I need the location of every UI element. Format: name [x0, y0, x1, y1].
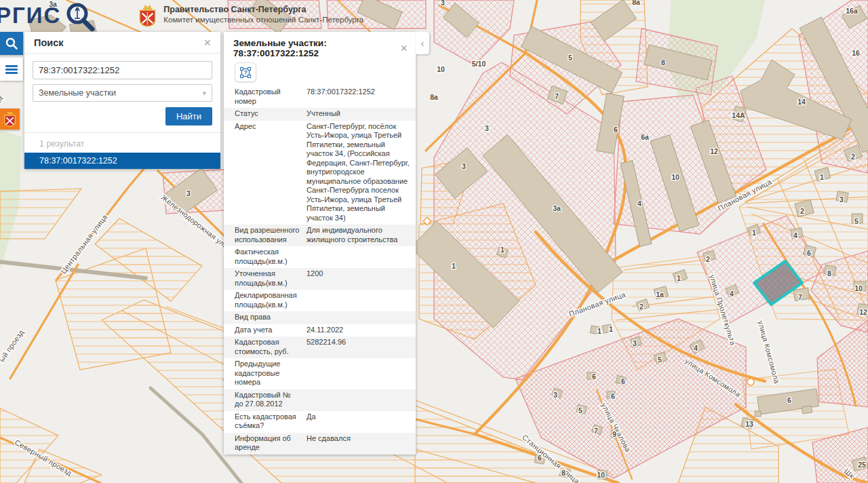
- parcel-number-label: 10: [437, 65, 445, 73]
- attribute-label: Вид разрешенного использования: [224, 225, 307, 246]
- parcel-number-label: 5: [568, 54, 572, 62]
- parcel-number-label: 14: [797, 98, 806, 106]
- parcel-number-label: 1: [500, 246, 505, 254]
- attribute-label: Предыдущие кадастровые номера: [224, 358, 307, 389]
- attribute-value: 5282214.96: [307, 336, 416, 358]
- parcel-number-label: 10: [597, 471, 605, 479]
- parcel-number-label: 6а: [641, 133, 649, 141]
- parcel-number-label: 7: [594, 427, 598, 435]
- parcel-number-label: 3: [633, 339, 637, 347]
- attribute-label: Вид права: [224, 311, 307, 324]
- parcel-number-label: 10: [671, 173, 679, 181]
- search-results: 1 результат 78:37:0017322:1252: [24, 132, 220, 169]
- parcel-number-label: 6: [592, 372, 596, 381]
- parcel-number-label: 3: [840, 195, 844, 204]
- attribute-row: Вид права: [224, 311, 416, 324]
- menu-button[interactable]: [0, 58, 23, 81]
- parcel-number-label: 25: [858, 461, 866, 469]
- svg-text:?: ?: [243, 69, 247, 76]
- parcel-number-label: 6: [621, 377, 625, 385]
- attribute-value: Не сдавался: [307, 433, 416, 455]
- attribute-row: Вид разрешенного использованияДля индиви…: [224, 225, 416, 246]
- attribute-value: Для индивидуального жилищного строительс…: [307, 225, 416, 246]
- search-panel-close-button[interactable]: ×: [202, 38, 212, 47]
- attribute-row: Информация об арендеНе сдавался: [224, 433, 416, 455]
- parcel-number-label: 3: [186, 189, 191, 197]
- attribute-value: [307, 290, 416, 311]
- info-panel-header: Земельные участки: 78:37:0017322:1252 ×: [224, 32, 416, 61]
- attribute-row: АдресСанкт-Петербург, посёлок Усть-Ижора…: [224, 121, 416, 225]
- parcel-number-label: 5/10: [472, 60, 486, 68]
- parcel-number-label: 1: [752, 229, 756, 237]
- search-tool-button[interactable]: [0, 32, 23, 55]
- layer-select-value: Земельные участки: [39, 88, 116, 98]
- parcel-number-label: 1: [677, 274, 681, 282]
- search-query-input[interactable]: [33, 61, 212, 79]
- parcel-number-label: 3а: [49, 0, 57, 8]
- info-panel-close-button[interactable]: ×: [399, 43, 409, 53]
- parcel-number-label: 14А: [732, 111, 745, 119]
- emblem-layer-button[interactable]: [0, 109, 20, 130]
- attribute-label: Кадастровый № до 27.08.2012: [224, 389, 307, 411]
- parcel-number-label: 16: [852, 49, 860, 57]
- parcel-number-label: 4: [793, 231, 797, 239]
- attribute-value: 78:37:0017322:1252: [307, 86, 416, 108]
- parcel-number-label: 5: [854, 217, 859, 225]
- attribute-row: Предыдущие кадастровые номера: [224, 358, 416, 389]
- attribute-label: Дата учета: [224, 324, 307, 337]
- attribute-row: Декларированная площадь(кв.м.): [224, 290, 416, 311]
- layer-select[interactable]: Земельные участки ▾: [33, 84, 212, 102]
- parcel-number-label: 4: [694, 344, 698, 352]
- attribute-value: [307, 389, 416, 411]
- spb-emblem-icon: [3, 111, 16, 127]
- parcel-number-label: 6: [611, 392, 615, 400]
- parcel-number-label: 8: [661, 58, 665, 66]
- parcel-number-label: 6: [787, 396, 791, 404]
- parcel-number-label: 7: [555, 92, 559, 100]
- parcel-number-label: 2: [639, 303, 644, 311]
- attribute-label: Информация об аренде: [224, 433, 307, 455]
- parcel-number-label: 6: [807, 249, 811, 257]
- search-result-item[interactable]: 78:37:0017322:1252: [24, 153, 220, 169]
- info-panel-collapse-button[interactable]: ‹: [416, 32, 429, 54]
- attribute-value: [307, 246, 416, 268]
- attribute-value: Учтенный: [307, 108, 416, 121]
- attribute-row: Дата учета24.11.2022: [224, 324, 416, 337]
- chevron-down-icon: ▾: [202, 89, 206, 98]
- identify-area-button[interactable]: ?: [235, 62, 256, 82]
- parcel-number-label: 7: [798, 293, 802, 301]
- parcel-number-label: 12: [710, 147, 718, 155]
- parcel-number-label: 8: [827, 269, 831, 277]
- parcel-number-label: 1а: [656, 290, 664, 298]
- attribute-label: Уточненная площадь(кв.м.): [224, 268, 307, 290]
- attribute-label: Фактическая площадь(кв.м.): [224, 246, 307, 268]
- parcel-number-label: 5: [578, 406, 583, 414]
- parcel-number-label: 1: [452, 262, 456, 270]
- parcel-number-label: 3: [553, 391, 557, 399]
- parcel-number-label: 1: [609, 325, 613, 333]
- attribute-value: 24.11.2022: [307, 324, 416, 337]
- parcel-number-label: 4: [730, 290, 734, 298]
- search-panel-header: Поиск ×: [24, 32, 220, 54]
- parcel-number-label: 2: [706, 255, 710, 263]
- search-form: Земельные участки ▾ Найти: [24, 54, 220, 132]
- find-button[interactable]: Найти: [165, 107, 212, 125]
- parcel-number-label: 6: [614, 125, 618, 134]
- parcel-number-label: 2: [800, 207, 804, 215]
- attribute-value: [307, 358, 416, 389]
- attribute-label: Декларированная площадь(кв.м.): [224, 290, 307, 311]
- parcel-number-label: 8а: [430, 93, 438, 101]
- parcel-number-label: 4: [637, 199, 642, 208]
- hamburger-icon: [5, 64, 18, 75]
- attribute-label: Статус: [224, 108, 307, 121]
- attribute-row: Кадастровый № до 27.08.2012: [224, 389, 416, 411]
- attribute-row: Кадастровая стоимость, руб.5282214.96: [224, 336, 416, 358]
- info-panel-title: Земельные участки: 78:37:0017322:1252: [233, 38, 399, 58]
- attribute-value: [307, 311, 416, 324]
- parcel-number-label: 5: [658, 355, 662, 364]
- parcel-number-label: 1: [820, 173, 824, 181]
- identify-area-icon: ?: [239, 66, 252, 79]
- attribute-label: Есть кадастровая съёмка?: [224, 411, 307, 433]
- parcel-number-label: 3: [462, 162, 466, 170]
- search-panel-title: Поиск: [34, 37, 64, 48]
